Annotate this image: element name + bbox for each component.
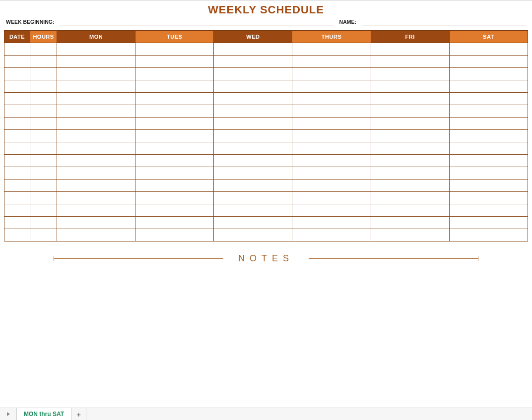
- schedule-cell[interactable]: [57, 43, 135, 56]
- schedule-cell[interactable]: [371, 180, 449, 192]
- schedule-cell[interactable]: [30, 68, 57, 80]
- schedule-cell[interactable]: [292, 43, 371, 56]
- schedule-cell[interactable]: [449, 142, 528, 155]
- schedule-cell[interactable]: [4, 180, 30, 192]
- schedule-cell[interactable]: [57, 204, 135, 217]
- schedule-cell[interactable]: [292, 105, 371, 118]
- schedule-cell[interactable]: [57, 192, 135, 204]
- schedule-cell[interactable]: [4, 155, 30, 167]
- schedule-cell[interactable]: [371, 93, 449, 105]
- schedule-cell[interactable]: [371, 167, 449, 180]
- schedule-cell[interactable]: [57, 105, 135, 118]
- schedule-cell[interactable]: [30, 229, 57, 241]
- schedule-cell[interactable]: [214, 142, 292, 155]
- schedule-cell[interactable]: [57, 118, 135, 130]
- schedule-cell[interactable]: [135, 56, 214, 68]
- schedule-cell[interactable]: [57, 217, 135, 229]
- schedule-cell[interactable]: [30, 105, 57, 118]
- schedule-cell[interactable]: [135, 217, 214, 229]
- schedule-cell[interactable]: [214, 229, 292, 241]
- schedule-cell[interactable]: [292, 155, 371, 167]
- schedule-cell[interactable]: [214, 105, 292, 118]
- schedule-cell[interactable]: [449, 130, 528, 142]
- schedule-cell[interactable]: [371, 80, 449, 93]
- schedule-cell[interactable]: [135, 142, 214, 155]
- schedule-cell[interactable]: [371, 43, 449, 56]
- schedule-cell[interactable]: [214, 118, 292, 130]
- schedule-cell[interactable]: [30, 180, 57, 192]
- schedule-cell[interactable]: [292, 130, 371, 142]
- schedule-cell[interactable]: [292, 56, 371, 68]
- schedule-cell[interactable]: [371, 130, 449, 142]
- schedule-cell[interactable]: [4, 204, 30, 217]
- schedule-cell[interactable]: [135, 93, 214, 105]
- schedule-cell[interactable]: [292, 204, 371, 217]
- schedule-cell[interactable]: [292, 180, 371, 192]
- schedule-cell[interactable]: [449, 167, 528, 180]
- schedule-cell[interactable]: [449, 68, 528, 80]
- schedule-cell[interactable]: [30, 192, 57, 204]
- schedule-cell[interactable]: [449, 80, 528, 93]
- schedule-cell[interactable]: [292, 167, 371, 180]
- schedule-cell[interactable]: [135, 192, 214, 204]
- schedule-cell[interactable]: [30, 204, 57, 217]
- schedule-cell[interactable]: [4, 142, 30, 155]
- schedule-cell[interactable]: [214, 130, 292, 142]
- schedule-cell[interactable]: [214, 204, 292, 217]
- week-beginning-input[interactable]: [60, 18, 333, 25]
- schedule-cell[interactable]: [4, 43, 30, 56]
- schedule-cell[interactable]: [57, 56, 135, 68]
- name-input[interactable]: [362, 18, 526, 25]
- schedule-cell[interactable]: [30, 118, 57, 130]
- schedule-cell[interactable]: [214, 56, 292, 68]
- add-sheet-button[interactable]: +: [71, 408, 86, 420]
- schedule-cell[interactable]: [30, 93, 57, 105]
- schedule-cell[interactable]: [4, 80, 30, 93]
- schedule-cell[interactable]: [292, 118, 371, 130]
- schedule-cell[interactable]: [4, 56, 30, 68]
- schedule-cell[interactable]: [4, 229, 30, 241]
- schedule-cell[interactable]: [57, 155, 135, 167]
- schedule-cell[interactable]: [135, 155, 214, 167]
- schedule-cell[interactable]: [449, 93, 528, 105]
- schedule-cell[interactable]: [57, 167, 135, 180]
- schedule-cell[interactable]: [371, 204, 449, 217]
- schedule-cell[interactable]: [371, 56, 449, 68]
- schedule-cell[interactable]: [4, 192, 30, 204]
- schedule-cell[interactable]: [371, 192, 449, 204]
- schedule-cell[interactable]: [30, 142, 57, 155]
- schedule-cell[interactable]: [135, 43, 214, 56]
- schedule-cell[interactable]: [449, 180, 528, 192]
- schedule-cell[interactable]: [214, 93, 292, 105]
- schedule-cell[interactable]: [214, 180, 292, 192]
- schedule-cell[interactable]: [135, 229, 214, 241]
- schedule-cell[interactable]: [30, 217, 57, 229]
- schedule-cell[interactable]: [292, 142, 371, 155]
- schedule-cell[interactable]: [135, 118, 214, 130]
- schedule-cell[interactable]: [57, 93, 135, 105]
- schedule-cell[interactable]: [30, 56, 57, 68]
- schedule-cell[interactable]: [292, 68, 371, 80]
- schedule-cell[interactable]: [4, 217, 30, 229]
- schedule-cell[interactable]: [449, 155, 528, 167]
- schedule-cell[interactable]: [57, 180, 135, 192]
- schedule-cell[interactable]: [214, 217, 292, 229]
- schedule-cell[interactable]: [4, 93, 30, 105]
- schedule-cell[interactable]: [292, 229, 371, 241]
- schedule-cell[interactable]: [371, 142, 449, 155]
- schedule-cell[interactable]: [30, 80, 57, 93]
- schedule-cell[interactable]: [371, 68, 449, 80]
- schedule-cell[interactable]: [57, 142, 135, 155]
- schedule-cell[interactable]: [135, 180, 214, 192]
- schedule-cell[interactable]: [449, 229, 528, 241]
- schedule-cell[interactable]: [214, 155, 292, 167]
- schedule-cell[interactable]: [292, 192, 371, 204]
- schedule-cell[interactable]: [135, 130, 214, 142]
- schedule-cell[interactable]: [30, 43, 57, 56]
- schedule-cell[interactable]: [30, 167, 57, 180]
- schedule-cell[interactable]: [4, 68, 30, 80]
- schedule-cell[interactable]: [449, 217, 528, 229]
- schedule-cell[interactable]: [135, 204, 214, 217]
- schedule-cell[interactable]: [449, 118, 528, 130]
- schedule-cell[interactable]: [4, 105, 30, 118]
